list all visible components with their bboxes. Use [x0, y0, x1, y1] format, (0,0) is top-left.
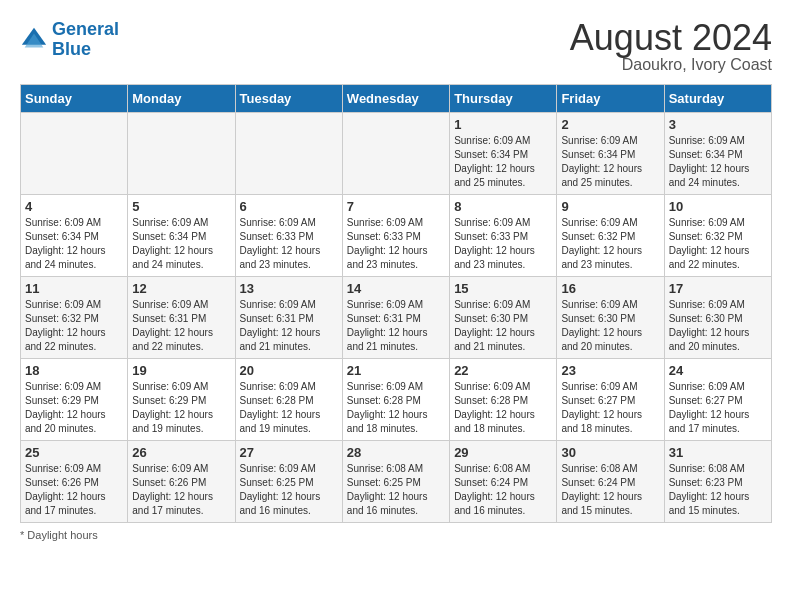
calendar-day-header: Sunday [21, 85, 128, 113]
calendar-day-cell: 30Sunrise: 6:08 AM Sunset: 6:24 PM Dayli… [557, 441, 664, 523]
calendar-day-header: Friday [557, 85, 664, 113]
day-number: 7 [347, 199, 445, 214]
day-info: Sunrise: 6:09 AM Sunset: 6:25 PM Dayligh… [240, 462, 338, 518]
day-number: 19 [132, 363, 230, 378]
day-number: 26 [132, 445, 230, 460]
calendar-day-cell: 20Sunrise: 6:09 AM Sunset: 6:28 PM Dayli… [235, 359, 342, 441]
calendar-day-header: Thursday [450, 85, 557, 113]
calendar-day-cell: 27Sunrise: 6:09 AM Sunset: 6:25 PM Dayli… [235, 441, 342, 523]
calendar-day-cell: 29Sunrise: 6:08 AM Sunset: 6:24 PM Dayli… [450, 441, 557, 523]
day-info: Sunrise: 6:09 AM Sunset: 6:34 PM Dayligh… [132, 216, 230, 272]
day-number: 16 [561, 281, 659, 296]
day-number: 5 [132, 199, 230, 214]
calendar-day-header: Monday [128, 85, 235, 113]
calendar-day-cell: 31Sunrise: 6:08 AM Sunset: 6:23 PM Dayli… [664, 441, 771, 523]
day-number: 24 [669, 363, 767, 378]
day-number: 11 [25, 281, 123, 296]
day-info: Sunrise: 6:08 AM Sunset: 6:24 PM Dayligh… [454, 462, 552, 518]
day-number: 13 [240, 281, 338, 296]
calendar-week-row: 4Sunrise: 6:09 AM Sunset: 6:34 PM Daylig… [21, 195, 772, 277]
calendar-day-cell: 11Sunrise: 6:09 AM Sunset: 6:32 PM Dayli… [21, 277, 128, 359]
calendar-day-cell: 22Sunrise: 6:09 AM Sunset: 6:28 PM Dayli… [450, 359, 557, 441]
page-title: August 2024 [570, 20, 772, 56]
day-info: Sunrise: 6:09 AM Sunset: 6:29 PM Dayligh… [25, 380, 123, 436]
day-info: Sunrise: 6:09 AM Sunset: 6:33 PM Dayligh… [454, 216, 552, 272]
calendar-day-cell: 1Sunrise: 6:09 AM Sunset: 6:34 PM Daylig… [450, 113, 557, 195]
calendar-week-row: 18Sunrise: 6:09 AM Sunset: 6:29 PM Dayli… [21, 359, 772, 441]
day-number: 10 [669, 199, 767, 214]
page-header: General Blue August 2024 Daoukro, Ivory … [20, 20, 772, 74]
calendar-day-cell: 17Sunrise: 6:09 AM Sunset: 6:30 PM Dayli… [664, 277, 771, 359]
day-number: 27 [240, 445, 338, 460]
day-info: Sunrise: 6:09 AM Sunset: 6:28 PM Dayligh… [240, 380, 338, 436]
calendar-day-cell: 12Sunrise: 6:09 AM Sunset: 6:31 PM Dayli… [128, 277, 235, 359]
calendar-day-cell: 3Sunrise: 6:09 AM Sunset: 6:34 PM Daylig… [664, 113, 771, 195]
day-number: 21 [347, 363, 445, 378]
day-number: 30 [561, 445, 659, 460]
calendar-day-cell: 4Sunrise: 6:09 AM Sunset: 6:34 PM Daylig… [21, 195, 128, 277]
day-info: Sunrise: 6:09 AM Sunset: 6:28 PM Dayligh… [347, 380, 445, 436]
day-info: Sunrise: 6:09 AM Sunset: 6:33 PM Dayligh… [347, 216, 445, 272]
calendar-week-row: 11Sunrise: 6:09 AM Sunset: 6:32 PM Dayli… [21, 277, 772, 359]
calendar-day-cell [235, 113, 342, 195]
calendar-day-cell [21, 113, 128, 195]
day-info: Sunrise: 6:08 AM Sunset: 6:25 PM Dayligh… [347, 462, 445, 518]
day-info: Sunrise: 6:09 AM Sunset: 6:31 PM Dayligh… [240, 298, 338, 354]
calendar-day-cell: 10Sunrise: 6:09 AM Sunset: 6:32 PM Dayli… [664, 195, 771, 277]
day-number: 31 [669, 445, 767, 460]
day-info: Sunrise: 6:09 AM Sunset: 6:34 PM Dayligh… [561, 134, 659, 190]
day-number: 28 [347, 445, 445, 460]
day-info: Sunrise: 6:09 AM Sunset: 6:30 PM Dayligh… [669, 298, 767, 354]
logo: General Blue [20, 20, 119, 60]
day-number: 14 [347, 281, 445, 296]
day-info: Sunrise: 6:09 AM Sunset: 6:27 PM Dayligh… [669, 380, 767, 436]
day-info: Sunrise: 6:09 AM Sunset: 6:33 PM Dayligh… [240, 216, 338, 272]
day-info: Sunrise: 6:08 AM Sunset: 6:23 PM Dayligh… [669, 462, 767, 518]
calendar-table: SundayMondayTuesdayWednesdayThursdayFrid… [20, 84, 772, 523]
day-info: Sunrise: 6:09 AM Sunset: 6:27 PM Dayligh… [561, 380, 659, 436]
calendar-day-cell: 19Sunrise: 6:09 AM Sunset: 6:29 PM Dayli… [128, 359, 235, 441]
day-info: Sunrise: 6:09 AM Sunset: 6:32 PM Dayligh… [25, 298, 123, 354]
logo-general: General [52, 19, 119, 39]
day-number: 29 [454, 445, 552, 460]
calendar-day-cell: 28Sunrise: 6:08 AM Sunset: 6:25 PM Dayli… [342, 441, 449, 523]
day-number: 25 [25, 445, 123, 460]
day-info: Sunrise: 6:09 AM Sunset: 6:34 PM Dayligh… [25, 216, 123, 272]
calendar-day-cell: 9Sunrise: 6:09 AM Sunset: 6:32 PM Daylig… [557, 195, 664, 277]
calendar-day-cell: 26Sunrise: 6:09 AM Sunset: 6:26 PM Dayli… [128, 441, 235, 523]
calendar-day-cell [342, 113, 449, 195]
day-number: 4 [25, 199, 123, 214]
day-info: Sunrise: 6:09 AM Sunset: 6:34 PM Dayligh… [454, 134, 552, 190]
calendar-day-cell: 8Sunrise: 6:09 AM Sunset: 6:33 PM Daylig… [450, 195, 557, 277]
day-info: Sunrise: 6:09 AM Sunset: 6:30 PM Dayligh… [454, 298, 552, 354]
day-info: Sunrise: 6:09 AM Sunset: 6:32 PM Dayligh… [669, 216, 767, 272]
calendar-day-cell [128, 113, 235, 195]
day-info: Sunrise: 6:09 AM Sunset: 6:29 PM Dayligh… [132, 380, 230, 436]
day-info: Sunrise: 6:09 AM Sunset: 6:30 PM Dayligh… [561, 298, 659, 354]
day-number: 6 [240, 199, 338, 214]
day-info: Sunrise: 6:09 AM Sunset: 6:31 PM Dayligh… [347, 298, 445, 354]
day-number: 12 [132, 281, 230, 296]
calendar-header-row: SundayMondayTuesdayWednesdayThursdayFrid… [21, 85, 772, 113]
day-number: 20 [240, 363, 338, 378]
calendar-day-cell: 2Sunrise: 6:09 AM Sunset: 6:34 PM Daylig… [557, 113, 664, 195]
day-info: Sunrise: 6:09 AM Sunset: 6:32 PM Dayligh… [561, 216, 659, 272]
logo-blue: Blue [52, 39, 91, 59]
day-number: 1 [454, 117, 552, 132]
calendar-day-header: Wednesday [342, 85, 449, 113]
page-subtitle: Daoukro, Ivory Coast [570, 56, 772, 74]
calendar-day-cell: 15Sunrise: 6:09 AM Sunset: 6:30 PM Dayli… [450, 277, 557, 359]
day-info: Sunrise: 6:09 AM Sunset: 6:26 PM Dayligh… [25, 462, 123, 518]
day-info: Sunrise: 6:09 AM Sunset: 6:28 PM Dayligh… [454, 380, 552, 436]
day-number: 17 [669, 281, 767, 296]
day-info: Sunrise: 6:09 AM Sunset: 6:26 PM Dayligh… [132, 462, 230, 518]
day-number: 22 [454, 363, 552, 378]
calendar-day-cell: 18Sunrise: 6:09 AM Sunset: 6:29 PM Dayli… [21, 359, 128, 441]
calendar-week-row: 1Sunrise: 6:09 AM Sunset: 6:34 PM Daylig… [21, 113, 772, 195]
calendar-day-cell: 7Sunrise: 6:09 AM Sunset: 6:33 PM Daylig… [342, 195, 449, 277]
calendar-day-cell: 24Sunrise: 6:09 AM Sunset: 6:27 PM Dayli… [664, 359, 771, 441]
day-number: 15 [454, 281, 552, 296]
title-block: August 2024 Daoukro, Ivory Coast [570, 20, 772, 74]
footnote: * Daylight hours [20, 529, 772, 541]
day-info: Sunrise: 6:09 AM Sunset: 6:34 PM Dayligh… [669, 134, 767, 190]
